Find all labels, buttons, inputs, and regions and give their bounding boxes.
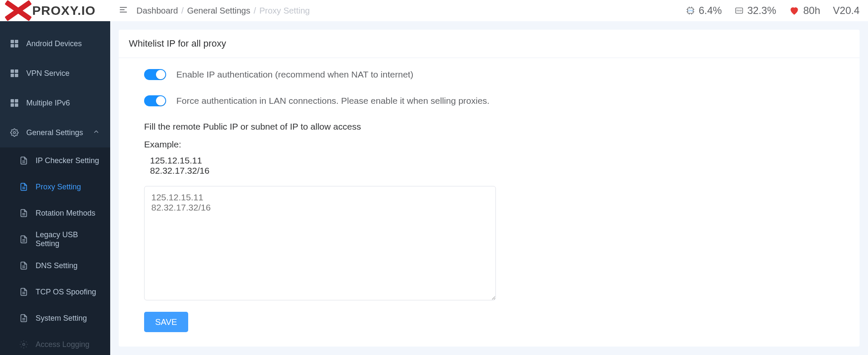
status-uptime: 80h xyxy=(789,5,820,17)
sidebar-item-ipv6[interactable]: Multiple IPv6 xyxy=(0,88,110,118)
file-icon xyxy=(19,235,28,244)
grid-icon xyxy=(10,69,19,77)
svg-point-0 xyxy=(14,132,16,134)
breadcrumb-current: Proxy Setting xyxy=(259,6,310,16)
sidebar-item-system[interactable]: System Setting xyxy=(0,305,110,331)
toggle-force-lan-auth-label: Force authentication in LAN connections.… xyxy=(176,96,490,106)
sidebar-item-label: System Setting xyxy=(36,314,87,323)
breadcrumb-sep: / xyxy=(253,6,256,16)
status-version: V20.4 xyxy=(833,5,860,17)
example-label: Example: xyxy=(144,139,834,150)
breadcrumb-general[interactable]: General Settings xyxy=(187,6,250,16)
whitelist-subtitle: Fill the remote Public IP or subnet of I… xyxy=(144,122,834,132)
file-icon xyxy=(19,314,28,322)
svg-point-15 xyxy=(23,344,25,346)
save-button[interactable]: SAVE xyxy=(144,312,188,332)
toggle-ip-auth-label: Enable IP authentication (recommend when… xyxy=(176,69,413,80)
file-icon xyxy=(19,261,28,270)
toggle-ip-auth[interactable] xyxy=(144,69,166,80)
svg-text:CPU: CPU xyxy=(688,9,693,12)
file-icon xyxy=(19,209,28,217)
sidebar-item-label: IP Checker Setting xyxy=(36,156,99,165)
sidebar-item-android[interactable]: Android Devices xyxy=(0,29,110,58)
sidebar-item-tcpos[interactable]: TCP OS Spoofing xyxy=(0,279,110,305)
gear-icon xyxy=(19,340,28,349)
sidebar-item-rotation[interactable]: Rotation Methods xyxy=(0,200,110,226)
status-cpu: CPU 6.4% xyxy=(686,5,722,17)
sidebar-item-label: Android Devices xyxy=(26,39,82,48)
cpu-icon: CPU xyxy=(686,6,695,15)
svg-text:RAM: RAM xyxy=(737,9,742,12)
sidebar-nav: Android Devices VPN Service Multiple IPv… xyxy=(0,21,110,355)
grid-icon xyxy=(10,40,19,47)
sidebar-item-label: Legacy USB Setting xyxy=(36,230,100,248)
content: Whitelist IP for all proxy Enable IP aut… xyxy=(110,21,868,355)
sidebar-item-ipchecker[interactable]: IP Checker Setting xyxy=(0,147,110,174)
grid-icon xyxy=(10,99,19,107)
sidebar: PROXY.IO Android Devices VPN Service Mul… xyxy=(0,0,110,355)
sidebar-item-access[interactable]: Access Logging xyxy=(0,331,110,355)
version-value: V20.4 xyxy=(833,5,860,17)
gear-icon xyxy=(10,128,19,137)
whitelist-input[interactable] xyxy=(144,186,496,300)
heart-icon xyxy=(789,5,800,16)
card-title: Whitelist IP for all proxy xyxy=(119,30,860,58)
sidebar-item-general[interactable]: General Settings xyxy=(0,118,110,147)
chevron-up-icon xyxy=(92,128,100,138)
menu-toggle-icon[interactable] xyxy=(119,5,128,17)
example-block: 125.12.15.11 82.32.17.32/16 xyxy=(150,155,834,176)
sidebar-item-label: Rotation Methods xyxy=(36,209,95,218)
status-bar: CPU 6.4% RAM 32.3% xyxy=(686,5,860,17)
file-icon xyxy=(19,183,28,191)
breadcrumb: Dashboard / General Settings / Proxy Set… xyxy=(136,6,310,16)
main: Dashboard / General Settings / Proxy Set… xyxy=(110,0,868,355)
sidebar-item-label: DNS Setting xyxy=(36,261,78,270)
sidebar-item-label: General Settings xyxy=(26,128,83,137)
sidebar-item-legacyusb[interactable]: Legacy USB Setting xyxy=(0,226,110,252)
cpu-value: 6.4% xyxy=(698,5,722,17)
ram-value: 32.3% xyxy=(747,5,776,17)
logo-text: PROXY.IO xyxy=(32,3,96,18)
toggle-force-lan-auth[interactable] xyxy=(144,95,166,106)
status-ram: RAM 32.3% xyxy=(734,5,776,17)
sidebar-item-label: VPN Service xyxy=(26,69,70,78)
sidebar-subnav-general: IP Checker Setting Proxy Setting Rotatio… xyxy=(0,147,110,355)
uptime-value: 80h xyxy=(803,5,820,17)
card-whitelist: Whitelist IP for all proxy Enable IP aut… xyxy=(119,30,860,347)
sidebar-item-vpn[interactable]: VPN Service xyxy=(0,58,110,88)
logo-mark-icon xyxy=(3,0,27,21)
sidebar-item-proxy[interactable]: Proxy Setting xyxy=(0,174,110,200)
sidebar-item-dns[interactable]: DNS Setting xyxy=(0,252,110,279)
breadcrumb-sep: / xyxy=(181,6,184,16)
file-icon xyxy=(19,288,28,296)
sidebar-item-label: Access Logging xyxy=(36,340,89,349)
ram-icon: RAM xyxy=(734,6,744,15)
sidebar-item-label: Multiple IPv6 xyxy=(26,99,70,108)
breadcrumb-dashboard[interactable]: Dashboard xyxy=(136,6,178,16)
sidebar-item-label: TCP OS Spoofing xyxy=(36,288,96,297)
sidebar-item-label: Proxy Setting xyxy=(36,183,81,191)
logo[interactable]: PROXY.IO xyxy=(0,0,110,21)
topbar: Dashboard / General Settings / Proxy Set… xyxy=(110,0,868,21)
file-icon xyxy=(19,156,28,165)
